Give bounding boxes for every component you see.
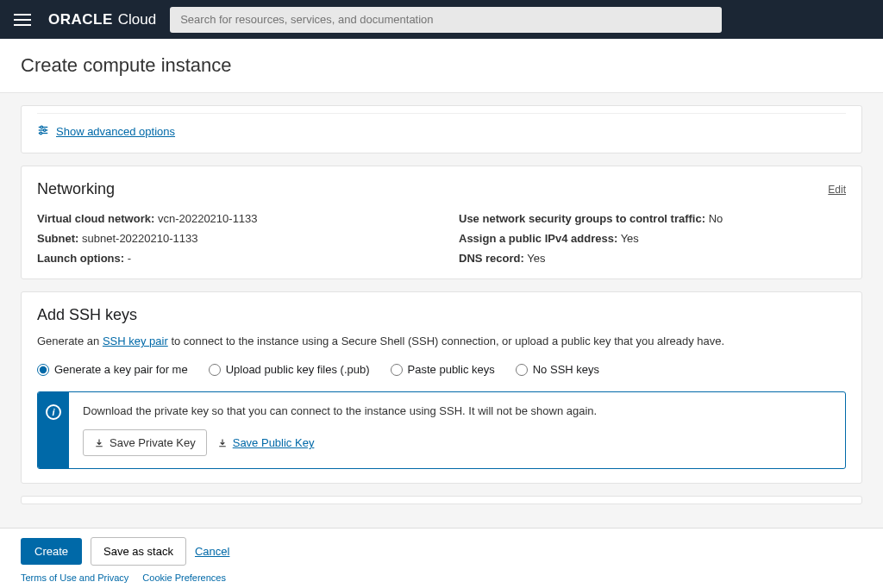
menu-icon[interactable] bbox=[10, 10, 34, 29]
kv-dns: DNS record: Yes bbox=[459, 252, 846, 265]
save-private-key-button[interactable]: Save Private Key bbox=[83, 429, 207, 456]
cancel-link[interactable]: Cancel bbox=[195, 545, 229, 558]
kv-pubip: Assign a public IPv4 address: Yes bbox=[459, 232, 846, 245]
radio-none[interactable]: No SSH keys bbox=[516, 363, 599, 376]
brand-cloud: Cloud bbox=[118, 11, 156, 28]
brand-oracle: ORACLE bbox=[48, 11, 113, 28]
ssh-keypair-link[interactable]: SSH key pair bbox=[103, 335, 168, 347]
content: Show advanced options Networking Edit Vi… bbox=[0, 105, 883, 573]
footer-bar: Create Save as stack Cancel Terms of Use… bbox=[0, 528, 883, 573]
info-stripe: i bbox=[38, 392, 69, 468]
search-wrap bbox=[170, 7, 722, 33]
page-header: Create compute instance bbox=[0, 39, 883, 93]
card-ssh: Add SSH keys Generate an SSH key pair to… bbox=[21, 291, 862, 484]
terms-link[interactable]: Terms of Use and Privacy bbox=[21, 572, 128, 573]
save-as-stack-button[interactable]: Save as stack bbox=[91, 537, 186, 566]
card-advanced: Show advanced options bbox=[21, 105, 862, 153]
edit-networking-link[interactable]: Edit bbox=[828, 184, 846, 196]
brand: ORACLE Cloud bbox=[48, 11, 156, 28]
card-networking: Networking Edit Virtual cloud network: v… bbox=[21, 166, 862, 279]
download-icon bbox=[217, 438, 228, 448]
download-icon bbox=[94, 438, 104, 448]
networking-title: Networking bbox=[37, 180, 115, 198]
search-input[interactable] bbox=[170, 7, 722, 33]
ssh-info-text: Download the private key so that you can… bbox=[83, 404, 831, 417]
top-bar: ORACLE Cloud bbox=[0, 0, 883, 39]
info-icon: i bbox=[46, 404, 61, 420]
svg-point-1 bbox=[41, 126, 43, 128]
card-next bbox=[21, 496, 862, 504]
ssh-desc: Generate an SSH key pair to connect to t… bbox=[37, 335, 846, 347]
page-title: Create compute instance bbox=[21, 54, 862, 77]
kv-vcn: Virtual cloud network: vcn-20220210-1133 bbox=[37, 212, 424, 225]
ssh-info-box: i Download the private key so that you c… bbox=[37, 391, 846, 469]
footer-links: Terms of Use and Privacy Cookie Preferen… bbox=[21, 572, 862, 573]
kv-subnet: Subnet: subnet-20220210-1133 bbox=[37, 232, 424, 245]
show-advanced-link[interactable]: Show advanced options bbox=[56, 125, 175, 138]
kv-launch: Launch options: - bbox=[37, 252, 424, 265]
create-button[interactable]: Create bbox=[21, 538, 82, 565]
ssh-title: Add SSH keys bbox=[37, 306, 846, 324]
ssh-radio-group: Generate a key pair for me Upload public… bbox=[37, 363, 846, 376]
kv-nsg: Use network security groups to control t… bbox=[459, 212, 846, 225]
svg-point-3 bbox=[43, 129, 46, 132]
radio-upload[interactable]: Upload public key files (.pub) bbox=[209, 363, 370, 376]
sliders-icon bbox=[37, 124, 49, 139]
radio-generate[interactable]: Generate a key pair for me bbox=[37, 363, 188, 376]
radio-paste[interactable]: Paste public keys bbox=[391, 363, 495, 376]
cookie-prefs-link[interactable]: Cookie Preferences bbox=[142, 572, 226, 573]
svg-point-5 bbox=[40, 132, 42, 134]
save-public-key-link[interactable]: Save Public Key bbox=[217, 436, 315, 449]
